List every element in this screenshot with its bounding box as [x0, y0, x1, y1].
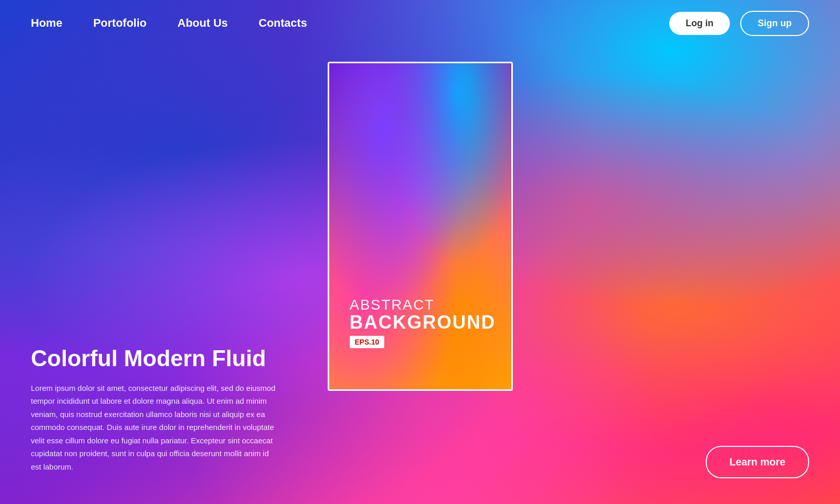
login-button[interactable]: Log in	[669, 12, 730, 35]
card-content: ABSTRACT BACKGROUND EPS.10	[345, 297, 511, 348]
navbar: Home Portofolio About Us Contacts Log in…	[0, 0, 840, 46]
learn-more-button[interactable]: Learn more	[706, 446, 809, 478]
center-card: ABSTRACT BACKGROUND EPS.10	[328, 62, 513, 391]
nav-about[interactable]: About Us	[177, 16, 228, 30]
card-title-abstract: ABSTRACT	[350, 297, 511, 313]
hero-section: Colorful Modern Fluid Lorem ipsum dolor …	[31, 346, 278, 473]
nav-portfolio[interactable]: Portofolio	[93, 16, 147, 30]
signup-button[interactable]: Sign up	[740, 11, 809, 36]
nav-home[interactable]: Home	[31, 16, 62, 30]
hero-heading: Colorful Modern Fluid	[31, 346, 278, 371]
nav-contacts[interactable]: Contacts	[259, 16, 307, 30]
nav-links: Home Portofolio About Us Contacts	[31, 16, 669, 30]
hero-body: Lorem ipsum dolor sit amet, consectetur …	[31, 382, 278, 474]
card-badge: EPS.10	[350, 336, 384, 348]
card-title-background: BACKGROUND	[350, 313, 511, 332]
nav-buttons: Log in Sign up	[669, 11, 809, 36]
